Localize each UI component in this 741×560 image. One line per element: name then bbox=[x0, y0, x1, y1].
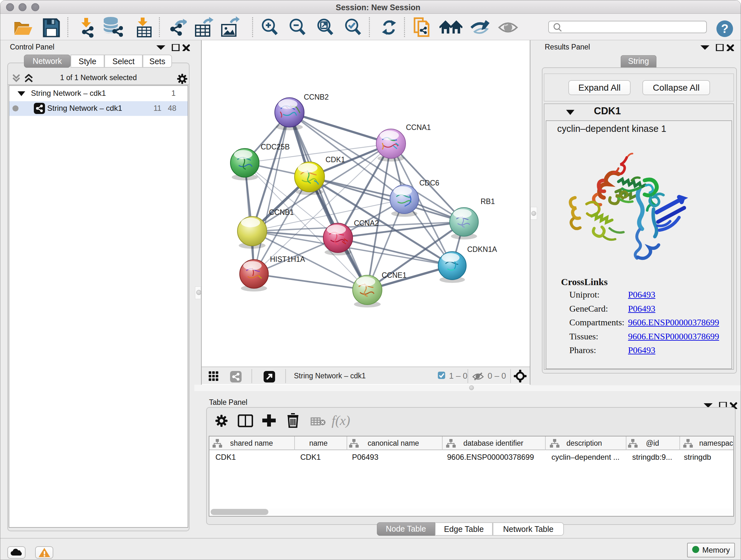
svg-text:RB1: RB1 bbox=[481, 197, 495, 206]
svg-text:CDK1: CDK1 bbox=[326, 155, 345, 164]
svg-text:CCNA2: CCNA2 bbox=[354, 219, 379, 227]
svg-text:CDKN1A: CDKN1A bbox=[467, 245, 497, 253]
svg-text:CCNE1: CCNE1 bbox=[382, 271, 407, 279]
svg-text:CCNB2: CCNB2 bbox=[304, 93, 329, 101]
svg-text:?: ? bbox=[721, 22, 728, 36]
svg-text:HIST1H1A: HIST1H1A bbox=[270, 255, 306, 263]
svg-text:CCNA1: CCNA1 bbox=[406, 123, 431, 132]
svg-text:CDC6: CDC6 bbox=[419, 179, 440, 187]
svg-text:CDC25B: CDC25B bbox=[261, 143, 290, 151]
svg-text:CCNB1: CCNB1 bbox=[269, 208, 294, 216]
